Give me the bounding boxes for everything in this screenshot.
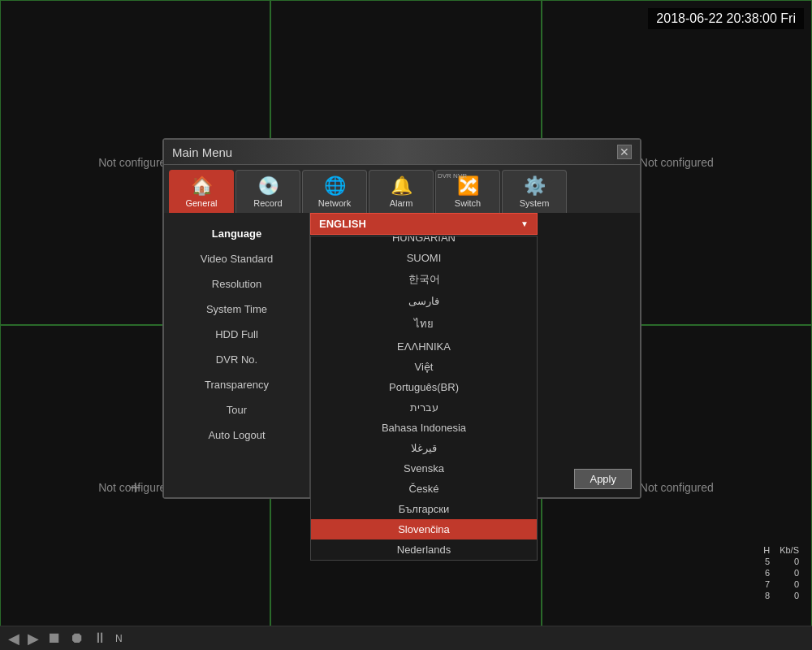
not-configured-3: Not configured xyxy=(640,156,714,169)
language-list[interactable]: ENGLISHFRANCAISDEUTSCHERPORTUGUÊTÜRKİYEP… xyxy=(310,236,538,561)
lang-option[interactable]: עברית xyxy=(311,397,537,418)
lang-option[interactable]: Български xyxy=(311,499,537,519)
nav-next-button[interactable]: ▶ xyxy=(28,630,39,648)
lang-option[interactable]: فارسی xyxy=(311,291,537,311)
lang-option[interactable]: 한국어 xyxy=(311,268,537,291)
language-dropdown-container[interactable]: ENGLISH ▼ ENGLISHFRANCAISDEUTSCHERPORTUG… xyxy=(310,213,538,235)
general-icon: 🏠 xyxy=(191,176,213,197)
tab-switch-label: Switch xyxy=(455,198,481,208)
stats-header-h: H xyxy=(758,544,775,556)
tab-bar: 🏠 General 💿 Record 🌐 Network 🔔 Alarm DVR… xyxy=(164,165,640,213)
stats-row-2-0: 7 xyxy=(758,578,775,590)
tab-record-label: Record xyxy=(253,198,282,208)
lang-option[interactable]: Svenska xyxy=(311,458,537,479)
tab-system[interactable]: ⚙️ System xyxy=(502,170,567,213)
sidebar-auto-logout[interactable]: Auto Logout xyxy=(164,422,309,448)
stats-row-3-1: 0 xyxy=(775,590,804,601)
stats-row-1-1: 0 xyxy=(775,567,804,578)
tab-network-label: Network xyxy=(318,198,351,208)
lang-option[interactable]: Português(BR) xyxy=(311,377,537,397)
tab-network[interactable]: 🌐 Network xyxy=(302,170,367,213)
main-menu-dialog: Main Menu ✕ 🏠 General 💿 Record 🌐 Network… xyxy=(162,138,641,499)
tab-switch[interactable]: DVR NVR 🔀 Switch xyxy=(435,170,500,213)
datetime-display: 2018-06-22 20:38:00 Fri xyxy=(648,8,804,29)
status-text: N xyxy=(115,633,123,644)
tab-alarm-label: Alarm xyxy=(390,198,413,208)
sidebar-hdd-full[interactable]: HDD Full xyxy=(164,322,309,347)
tab-alarm[interactable]: 🔔 Alarm xyxy=(369,170,434,213)
stats-row-0-0: 5 xyxy=(758,556,775,567)
lang-option[interactable]: HUNGARIAN xyxy=(311,236,537,248)
crosshair-icon: + xyxy=(130,476,141,499)
sidebar-video-standard[interactable]: Video Standard xyxy=(164,246,309,271)
stats-row-0-1: 0 xyxy=(775,556,804,567)
apply-button[interactable]: Apply xyxy=(574,469,632,489)
nav-prev-button[interactable]: ◀ xyxy=(8,630,19,648)
sidebar-dvr-no[interactable]: DVR No. xyxy=(164,347,309,372)
lang-option[interactable]: ΕΛΛΗΝΙΚΑ xyxy=(311,336,537,357)
nav-record-button[interactable]: ⏺ xyxy=(70,630,84,647)
stats-row-1-0: 6 xyxy=(758,567,775,578)
alarm-icon: 🔔 xyxy=(391,176,412,197)
record-icon: 💿 xyxy=(257,176,279,197)
lang-option[interactable]: Slovenčina xyxy=(311,519,537,540)
stats-overlay: H Kb/S 5 0 6 0 7 0 8 0 xyxy=(758,544,804,601)
sidebar-resolution[interactable]: Resolution xyxy=(164,271,309,297)
not-configured-6: Not configured xyxy=(640,481,714,494)
lang-option[interactable]: Nederlands xyxy=(311,540,537,560)
lang-option[interactable]: ไทย xyxy=(311,311,537,336)
dropdown-arrow-icon: ▼ xyxy=(520,219,529,228)
lang-option[interactable]: Bahasa Indonesia xyxy=(311,418,537,438)
lang-option[interactable]: قيرغلا xyxy=(311,438,537,458)
dialog-title: Main Menu xyxy=(172,145,232,159)
tab-system-label: System xyxy=(520,198,550,208)
tab-general-label: General xyxy=(185,198,217,208)
language-selected[interactable]: ENGLISH ▼ xyxy=(310,213,538,235)
lang-option[interactable]: Việt xyxy=(311,357,537,377)
nav-pause-button[interactable]: ⏸ xyxy=(93,630,107,647)
dialog-titlebar: Main Menu ✕ xyxy=(164,140,640,165)
tab-record[interactable]: 💿 Record xyxy=(235,170,300,213)
nav-stop-button[interactable]: ⏹ xyxy=(47,630,62,647)
stats-header-kbs: Kb/S xyxy=(775,544,804,556)
sidebar-transparency[interactable]: Transparency xyxy=(164,372,309,397)
language-selected-value: ENGLISH xyxy=(319,218,366,230)
system-icon: ⚙️ xyxy=(524,176,546,197)
sidebar-system-time[interactable]: System Time xyxy=(164,297,309,322)
stats-row-2-1: 0 xyxy=(775,578,804,590)
sidebar-menu: Language Video Standard Resolution Syste… xyxy=(164,213,310,497)
lang-option[interactable]: SUOMI xyxy=(311,248,537,268)
bottom-bar: ◀ ▶ ⏹ ⏺ ⏸ N xyxy=(0,626,812,650)
tab-general[interactable]: 🏠 General xyxy=(169,170,234,213)
dialog-container: Main Menu ✕ 🏠 General 💿 Record 🌐 Network… xyxy=(162,138,641,499)
dialog-body: Language Video Standard Resolution Syste… xyxy=(164,213,640,497)
not-configured-1: Not configured xyxy=(98,156,172,169)
stats-row-3-0: 8 xyxy=(758,590,775,601)
lang-option[interactable]: České xyxy=(311,479,537,499)
sidebar-language[interactable]: Language xyxy=(164,221,309,246)
content-area: ENGLISH ▼ ENGLISHFRANCAISDEUTSCHERPORTUG… xyxy=(310,213,640,497)
sidebar-tour[interactable]: Tour xyxy=(164,397,309,422)
close-button[interactable]: ✕ xyxy=(617,145,632,159)
network-icon: 🌐 xyxy=(324,176,346,197)
